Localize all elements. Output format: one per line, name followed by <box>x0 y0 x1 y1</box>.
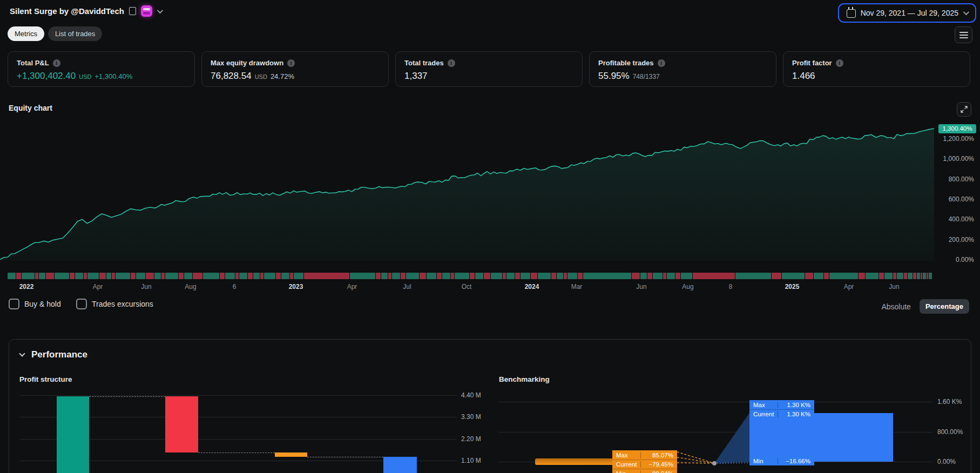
equity-curve <box>0 121 934 261</box>
strategy-stats-tooltip: Max1.30 K%Current1.30 K% <box>749 400 814 418</box>
strategy-badge-icon[interactable] <box>141 5 152 17</box>
info-icon[interactable]: i <box>53 59 60 67</box>
tab-list-of-trades[interactable]: List of trades <box>48 26 102 41</box>
waterfall-bar-commission[interactable] <box>275 452 307 457</box>
trade-segment <box>39 273 45 279</box>
list-lines-icon <box>959 32 968 33</box>
trade-segment <box>136 273 146 279</box>
trade-segment <box>564 273 567 279</box>
strategy-header: Silent Surge by @DaviddTech <box>10 5 161 17</box>
buy-hold-stats-tooltip: Max85.07%Current−79.45%Min−89.94% <box>612 450 677 473</box>
metric-label-text: Total trades <box>404 59 444 67</box>
metric-label-text: Max equity drawdown <box>211 59 283 67</box>
x-axis-tick: 6 <box>233 283 236 290</box>
tab-metrics[interactable]: Metrics <box>8 26 44 41</box>
trade-segment <box>908 273 913 279</box>
metric-card: Profitable tradesi55.95%748/1337 <box>589 51 776 87</box>
trade-segment <box>46 273 54 279</box>
trade-segment <box>75 273 83 279</box>
trade-segment <box>879 273 884 279</box>
trade-segment <box>913 273 916 279</box>
chevron-down-icon[interactable] <box>157 7 163 13</box>
equity-chart-plot[interactable] <box>0 121 934 261</box>
info-icon[interactable]: i <box>836 59 843 67</box>
trade-segment <box>248 273 253 279</box>
trade-segment <box>16 273 21 279</box>
equity-x-axis[interactable]: 2022AprJunAug62023AprJulOct2024MarJunAug… <box>0 283 934 293</box>
expand-icon <box>960 105 968 113</box>
stat-label: Max <box>612 452 640 458</box>
trade-segment <box>663 273 666 279</box>
trades-excursions-checkbox[interactable]: Trades excursions <box>76 299 153 309</box>
stat-row: Max85.07% <box>612 450 677 460</box>
benchmark-origin-dot <box>712 461 717 465</box>
x-axis-tick: Mar <box>571 283 583 290</box>
trade-segment <box>22 273 35 279</box>
expand-chart-button[interactable] <box>957 102 971 117</box>
trade-segment <box>506 273 515 279</box>
y-axis-tick: 600.00% <box>949 195 974 203</box>
info-icon[interactable]: i <box>448 59 455 67</box>
trade-segment <box>179 273 184 279</box>
metric-card: Profit factori1.466 <box>783 51 970 87</box>
metric-secondary: +1,300.40% <box>94 72 132 80</box>
metric-value: 1,337 <box>404 71 573 82</box>
metric-value-number: 1.466 <box>792 71 815 82</box>
trade-segment <box>772 273 781 279</box>
trade-segment <box>87 273 99 279</box>
date-range-button[interactable]: Nov 29, 2021 — Jul 29, 2025 <box>838 3 976 23</box>
metric-label-text: Profit factor <box>792 59 832 67</box>
performance-collapse-toggle[interactable]: Performance <box>20 349 87 360</box>
trade-segment <box>116 273 130 279</box>
benchmark-links <box>499 389 972 473</box>
metric-label: Profit factori <box>792 59 961 67</box>
profit-axis-label: 2.20 M <box>461 435 481 443</box>
stat-value: −89.94% <box>640 470 677 473</box>
stat-label: Max <box>749 402 778 408</box>
waterfall-bar-gross-profit[interactable] <box>57 396 89 473</box>
trade-segment <box>681 273 692 279</box>
trade-segment <box>99 273 106 279</box>
trade-segment <box>220 273 225 279</box>
report-layout-button[interactable] <box>955 26 972 43</box>
metric-unit: USD <box>255 73 267 80</box>
benchmarking-plot[interactable]: 1.60 K%800.00%0.00%Max85.07%Current−79.4… <box>499 389 972 473</box>
trade-segment <box>406 273 419 279</box>
trade-result-strip[interactable] <box>8 273 932 279</box>
equity-y-axis[interactable]: 1,300.40%1,200.00%1,000.00%800.00%600.00… <box>936 121 978 261</box>
trade-segment <box>475 273 483 279</box>
checkbox-icon[interactable] <box>9 299 19 309</box>
x-axis-tick: Apr <box>93 283 103 290</box>
percentage-mode-button[interactable]: Percentage <box>920 299 969 314</box>
trade-segment <box>897 273 903 279</box>
trade-segment <box>927 273 928 279</box>
info-icon[interactable]: i <box>658 59 665 67</box>
trade-segment <box>814 273 823 279</box>
trade-segment <box>253 273 260 279</box>
placeholder-glyph-icon <box>129 7 136 15</box>
trade-segment <box>667 273 675 279</box>
trade-segment <box>653 273 663 279</box>
x-axis-tick: Jun <box>141 283 151 290</box>
info-icon[interactable]: i <box>287 59 295 67</box>
trade-segment <box>146 273 154 279</box>
x-axis-tick: 2025 <box>785 283 800 290</box>
trade-segment <box>8 273 16 279</box>
checkbox-icon[interactable] <box>76 299 87 309</box>
metric-value-number: +1,300,402.40 <box>17 71 76 82</box>
waterfall-bar-net-profit[interactable] <box>383 457 417 473</box>
trade-segment <box>484 273 490 279</box>
trade-segment <box>531 273 537 279</box>
waterfall-bar-gross-loss[interactable] <box>165 396 198 452</box>
stat-value: 1.30 K% <box>778 411 814 417</box>
buy-hold-checkbox[interactable]: Buy & hold <box>9 299 61 309</box>
stat-row: Min−16.66% <box>749 456 814 465</box>
profit-structure-plot[interactable]: 4.40 M3.30 M2.20 M1.10 M <box>19 389 484 473</box>
absolute-mode-button[interactable]: Absolute <box>881 302 910 311</box>
trade-segment <box>290 273 293 279</box>
metric-value: 1.466 <box>792 71 961 82</box>
trade-segment <box>281 273 289 279</box>
stat-value: −16.66% <box>778 458 814 464</box>
chevron-down-icon <box>19 350 25 356</box>
trade-segment <box>376 273 381 279</box>
